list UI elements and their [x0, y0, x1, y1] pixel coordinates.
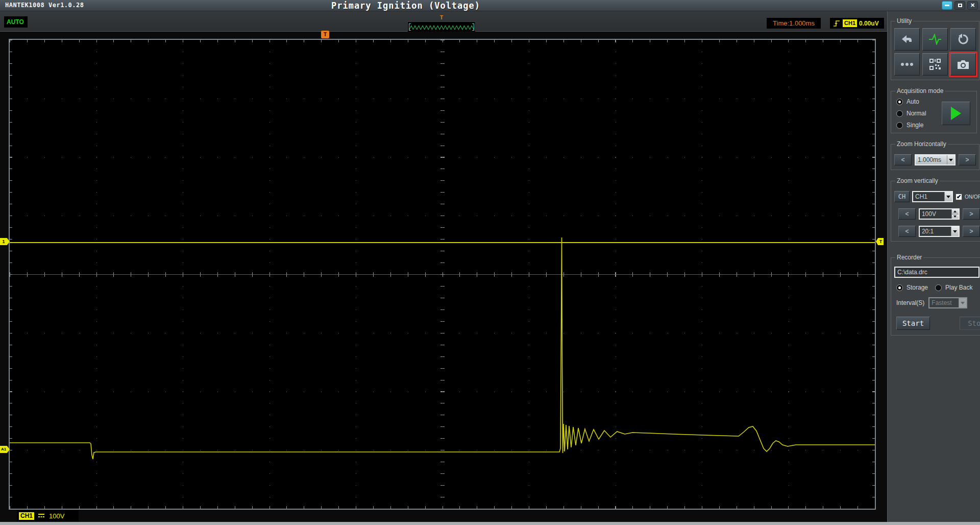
acq-normal-option[interactable]: Normal	[896, 110, 942, 117]
probe-ratio-select[interactable]: 20:1	[919, 226, 960, 237]
maximize-icon	[958, 4, 962, 7]
radio-storage-label: Storage	[906, 284, 928, 291]
ratio-prev-button[interactable]: <	[898, 226, 916, 237]
acq-single-option[interactable]: Single	[896, 122, 942, 129]
zoom-horizontal-label: Zoom Horizontally	[895, 140, 948, 148]
radio-storage[interactable]	[896, 284, 903, 291]
acquisition-group-label: Acquisition mode	[895, 87, 945, 94]
trigger-level-value: 0.00uV	[859, 20, 879, 27]
more-options-button[interactable]	[894, 53, 920, 76]
voltage-next-button[interactable]: >	[963, 208, 980, 220]
zoom-vertical-group: Zoom vertically CH CH1 ON/OFF < 100V > <	[891, 177, 980, 242]
voltage-spin-up[interactable]	[952, 209, 959, 214]
channel-scale-value: 100V	[49, 512, 64, 520]
channel-select-value: CH1	[913, 192, 944, 201]
radio-normal[interactable]	[896, 110, 903, 117]
minimize-icon	[945, 5, 949, 6]
control-sidebar: Utility	[887, 11, 980, 522]
radio-auto[interactable]	[896, 99, 903, 105]
trigger-source-chip: CH1	[843, 19, 857, 27]
timebase-prev-button[interactable]: <	[894, 154, 912, 165]
zoom-vertical-label: Zoom vertically	[895, 177, 940, 184]
stop-button: Stop	[960, 317, 980, 330]
radio-single-label: Single	[906, 122, 923, 129]
trigger-level-marker[interactable]: T	[876, 238, 884, 245]
scope-frame	[9, 39, 876, 510]
back-button[interactable]	[894, 28, 920, 51]
ratio-next-button[interactable]: >	[963, 226, 980, 237]
dc-coupling-icon	[38, 513, 45, 518]
preview-right-bracket-icon	[472, 23, 474, 31]
qrcode-button[interactable]	[922, 53, 948, 76]
timebase-value: 1.000ms	[916, 155, 947, 164]
channel-chip[interactable]: CH1	[19, 512, 34, 520]
timebase-dropdown-icon[interactable]	[947, 155, 954, 164]
channel-status-badge: CH1 100V	[17, 510, 79, 521]
interval-dropdown-icon	[959, 298, 966, 307]
ellipsis-icon	[900, 62, 914, 66]
zoom-horizontal-group: Zoom Horizontally < 1.000ms >	[891, 140, 979, 170]
recorder-group-label: Recorder	[895, 254, 923, 261]
refresh-button[interactable]	[950, 28, 976, 51]
screenshot-button[interactable]	[950, 53, 976, 76]
waveform-preview-strip[interactable]	[407, 21, 476, 32]
ratio-dropdown-icon[interactable]	[951, 227, 959, 236]
run-button[interactable]	[942, 102, 970, 125]
preview-trigger-marker[interactable]: T	[407, 15, 476, 20]
preview-left-bracket-icon	[409, 23, 411, 31]
onoff-label: ON/OFF	[965, 194, 980, 200]
channel-dropdown-icon[interactable]	[944, 192, 952, 201]
voltage-prev-button[interactable]: <	[898, 208, 916, 220]
minimize-button[interactable]	[942, 1, 952, 10]
start-button[interactable]: Start	[896, 317, 930, 330]
radio-auto-label: Auto	[906, 98, 919, 105]
pulse-icon	[928, 34, 942, 45]
ch1-trace	[10, 237, 875, 459]
radio-playback-label: Play Back	[945, 284, 972, 291]
scope-display-area: T 1 A1 T CH1 100V	[0, 32, 887, 522]
qrcode-icon	[929, 58, 941, 70]
window-bottom-edge	[0, 522, 980, 525]
waveform-test-button[interactable]	[922, 28, 948, 51]
preview-wave	[409, 26, 474, 30]
interval-value: Fastest	[929, 298, 959, 307]
radio-playback[interactable]	[935, 284, 942, 291]
close-button[interactable]: ✕	[967, 1, 978, 10]
waveform-svg	[10, 40, 875, 509]
acquisition-status-badge: AUTO	[4, 16, 28, 28]
trigger-badge: CH1 0.00uV	[830, 18, 884, 29]
preview-wave-svg	[408, 22, 475, 32]
radio-normal-label: Normal	[906, 110, 926, 117]
ch-button[interactable]: CH	[894, 191, 910, 202]
trigger-position-flag[interactable]: T	[321, 31, 329, 38]
acq-auto-option[interactable]: Auto	[896, 98, 942, 105]
storage-option[interactable]: Storage	[896, 284, 928, 291]
play-icon	[951, 107, 961, 120]
probe-ratio-value: 20:1	[920, 227, 951, 236]
interval-label: Interval(S)	[896, 299, 924, 306]
status-toolbar: AUTO T Time:1.000ms CH1 0.00uV	[0, 11, 887, 32]
timebase-badge: Time:1.000ms	[767, 18, 821, 29]
title-bar: HANTEK1008 Ver1.0.28 Primary Ignition (V…	[0, 0, 980, 11]
channel-onoff-checkbox[interactable]	[955, 194, 962, 200]
timebase-next-button[interactable]: >	[959, 154, 976, 165]
timebase-select[interactable]: 1.000ms	[915, 154, 955, 165]
undo-rotate-icon	[957, 34, 969, 45]
utility-group: Utility	[891, 17, 979, 80]
channel-select[interactable]: CH1	[912, 191, 953, 202]
radio-single[interactable]	[896, 122, 903, 129]
close-icon: ✕	[970, 3, 975, 8]
acquisition-group: Acquisition mode Auto Normal Single	[891, 87, 977, 133]
utility-group-label: Utility	[895, 17, 913, 25]
left-arrow-icon	[901, 34, 913, 44]
camera-icon	[957, 59, 970, 70]
rising-edge-trigger-icon	[832, 19, 841, 28]
maximize-button[interactable]	[954, 1, 965, 10]
voltage-spinner[interactable]: 100V	[919, 208, 960, 220]
page-title: Primary Ignition (Voltage)	[0, 0, 812, 11]
recorder-group: Recorder ... Storage Play Back Interval(…	[891, 254, 980, 336]
interval-select: Fastest	[928, 297, 967, 308]
playback-option[interactable]: Play Back	[935, 284, 972, 291]
record-path-input[interactable]	[894, 267, 979, 278]
voltage-spin-down[interactable]	[952, 214, 959, 219]
